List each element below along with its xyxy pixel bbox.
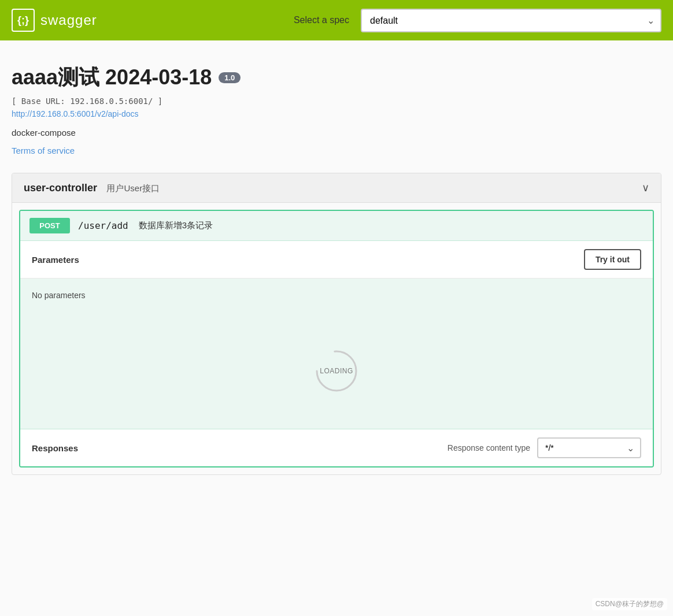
controller-chevron-icon: ∨ [642, 181, 649, 194]
no-parameters-text: No parameters [32, 291, 86, 300]
watermark-text: CSDN@秣子的梦想@ [592, 598, 667, 610]
try-it-out-button[interactable]: Try it out [584, 249, 641, 270]
swagger-logo-text: swagger [40, 12, 97, 28]
controller-title-row: user-controller 用户User接口 [24, 182, 160, 194]
endpoint-block: POST /user/add 数据库新增3条记录 Parameters Try … [19, 210, 654, 467]
loading-spinner-wrapper: LOADING [313, 348, 360, 394]
spec-selector-wrapper: default ⌄ [361, 9, 661, 32]
loading-area: LOADING [20, 313, 653, 429]
api-title-row: aaaa测试 2024-03-18 1.0 [12, 64, 661, 92]
response-content-type-label: Response content type [448, 443, 530, 452]
controller-header[interactable]: user-controller 用户User接口 ∨ [12, 173, 661, 203]
api-docs-link[interactable]: http://192.168.0.5:6001/v2/api-docs [12, 109, 661, 118]
api-description: docker-compose [12, 128, 661, 138]
swagger-logo-icon: {;} [12, 9, 35, 32]
response-content-type-select[interactable]: */* [537, 437, 641, 458]
parameters-header: Parameters Try it out [20, 241, 653, 279]
logo-area: {;} swagger [12, 9, 97, 32]
parameters-body: No parameters [20, 279, 653, 313]
api-title-text: aaaa测试 2024-03-18 [12, 64, 212, 92]
response-content-type-area: Response content type */* ⌄ [448, 437, 641, 458]
main-content: aaaa测试 2024-03-18 1.0 [ Base URL: 192.16… [0, 40, 673, 496]
select-spec-label: Select a spec [294, 15, 349, 25]
parameters-section: Parameters Try it out No parameters LOAD… [20, 240, 653, 429]
endpoint-summary: 数据库新增3条记录 [139, 220, 213, 231]
base-url-text: [ Base URL: 192.168.0.5:6001/ ] [12, 97, 661, 106]
endpoint-container: POST /user/add 数据库新增3条记录 Parameters Try … [12, 210, 661, 467]
response-content-type-select-wrapper: */* ⌄ [537, 437, 641, 458]
responses-label: Responses [32, 443, 78, 453]
loading-text: LOADING [320, 367, 353, 375]
terms-of-service-link[interactable]: Terms of service [12, 146, 661, 155]
app-header: {;} swagger Select a spec default ⌄ [0, 0, 673, 40]
responses-section: Responses Response content type */* ⌄ [20, 429, 653, 466]
method-badge: POST [29, 218, 70, 233]
controller-description: 用户User接口 [106, 183, 160, 193]
endpoint-header[interactable]: POST /user/add 数据库新增3条记录 [20, 211, 653, 240]
parameters-label: Parameters [32, 255, 79, 265]
controller-section: user-controller 用户User接口 ∨ POST /user/ad… [12, 173, 661, 475]
spec-select[interactable]: default [361, 9, 661, 32]
controller-name: user-controller [24, 182, 97, 194]
api-version-badge: 1.0 [219, 72, 241, 83]
endpoint-path: /user/add [78, 220, 128, 231]
